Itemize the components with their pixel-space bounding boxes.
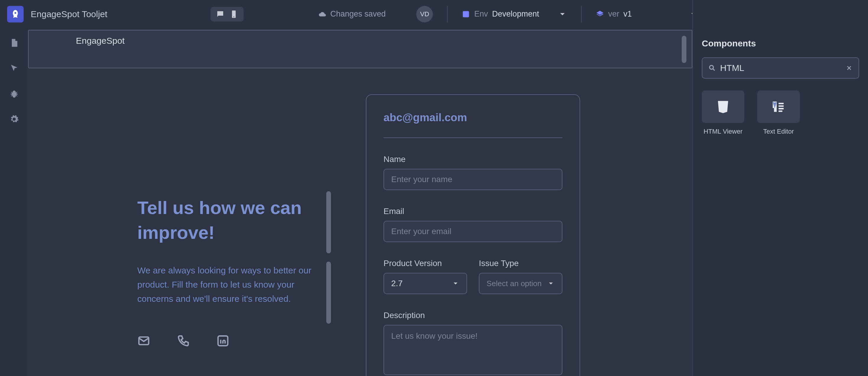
mobile-icon bbox=[229, 10, 238, 19]
component-caption: HTML Viewer bbox=[704, 128, 743, 135]
scrollbar-thumb[interactable] bbox=[326, 191, 331, 253]
linkedin-icon bbox=[216, 334, 229, 347]
components-search-input[interactable] bbox=[720, 63, 841, 73]
email-input[interactable] bbox=[383, 221, 562, 242]
app-title: EngageSpot Tooljet bbox=[31, 9, 107, 19]
env-value: Development bbox=[492, 9, 539, 19]
blurb-text: We are always looking for ways to better… bbox=[137, 263, 329, 306]
page-icon bbox=[9, 38, 19, 48]
divider bbox=[447, 6, 447, 23]
svg-rect-0 bbox=[463, 11, 469, 17]
save-status: Changes saved bbox=[318, 9, 386, 19]
mail-icon bbox=[137, 334, 150, 347]
canvas-top-block[interactable]: EngageSpot bbox=[28, 30, 692, 68]
name-input[interactable] bbox=[383, 169, 562, 190]
component-html-viewer[interactable]: HTML Viewer bbox=[702, 90, 744, 135]
description-textarea[interactable] bbox=[383, 325, 562, 375]
user-avatar[interactable]: VD bbox=[416, 6, 433, 23]
components-panel: Components HTML Viewer Text Editor bbox=[692, 0, 868, 376]
chevron-down-icon bbox=[452, 280, 459, 287]
components-grid: HTML Viewer Text Editor bbox=[702, 90, 859, 135]
rail-debugger-button[interactable] bbox=[8, 88, 20, 99]
rail-inspector-button[interactable] bbox=[8, 62, 20, 74]
product-version-label: Product Version bbox=[383, 259, 467, 268]
product-version-select[interactable]: 2.7 bbox=[383, 273, 467, 294]
description-label: Description bbox=[383, 311, 562, 320]
phone-icon bbox=[177, 334, 190, 347]
cursor-icon bbox=[9, 63, 19, 73]
svg-point-3 bbox=[709, 65, 713, 69]
scrollbar-thumb[interactable] bbox=[326, 262, 331, 324]
canvas-block-title: EngageSpot bbox=[76, 36, 125, 46]
layers-icon bbox=[596, 10, 604, 18]
components-panel-title: Components bbox=[702, 38, 859, 49]
product-version-value: 2.7 bbox=[391, 279, 403, 288]
chevron-down-icon bbox=[558, 10, 567, 19]
text-editor-icon bbox=[771, 99, 786, 114]
component-caption: Text Editor bbox=[763, 128, 794, 135]
components-search[interactable] bbox=[702, 57, 859, 79]
environment-selector[interactable]: Env Development bbox=[462, 9, 567, 19]
bug-icon bbox=[9, 89, 19, 98]
version-label: ver bbox=[608, 9, 619, 19]
divider bbox=[581, 6, 582, 23]
rail-pages-button[interactable] bbox=[8, 37, 20, 49]
form-header-email: abc@gmail.com bbox=[383, 111, 562, 138]
gear-icon bbox=[9, 114, 19, 124]
contact-icon-row bbox=[137, 334, 229, 347]
rail-settings-button[interactable] bbox=[8, 113, 20, 125]
email-label: Email bbox=[383, 207, 562, 216]
comment-icon bbox=[216, 10, 225, 19]
rocket-icon bbox=[10, 9, 20, 19]
issue-type-placeholder: Select an option bbox=[487, 279, 541, 288]
headline-text: Tell us how we can improve! bbox=[137, 195, 356, 245]
component-text-editor[interactable]: Text Editor bbox=[757, 90, 800, 135]
name-label: Name bbox=[383, 154, 562, 164]
feedback-form: abc@gmail.com Name Email Product Version… bbox=[366, 94, 580, 376]
clear-search-button[interactable] bbox=[845, 64, 852, 71]
chevron-down-icon bbox=[547, 280, 555, 287]
app-logo[interactable] bbox=[7, 6, 24, 23]
save-status-text: Changes saved bbox=[330, 9, 386, 19]
html5-icon bbox=[715, 99, 731, 114]
env-icon bbox=[462, 10, 470, 18]
cloud-check-icon bbox=[318, 10, 326, 18]
issue-type-label: Issue Type bbox=[479, 259, 562, 268]
left-rail bbox=[0, 28, 28, 376]
env-label: Env bbox=[474, 9, 488, 19]
issue-type-select[interactable]: Select an option bbox=[479, 273, 562, 294]
comments-toggle-group[interactable] bbox=[211, 7, 244, 22]
version-value: v1 bbox=[623, 9, 632, 19]
version-selector[interactable]: ver v1 bbox=[596, 9, 698, 19]
canvas-main[interactable]: Tell us how we can improve! We are alway… bbox=[28, 68, 692, 376]
scrollbar-thumb[interactable] bbox=[682, 36, 686, 63]
search-icon bbox=[708, 64, 716, 72]
